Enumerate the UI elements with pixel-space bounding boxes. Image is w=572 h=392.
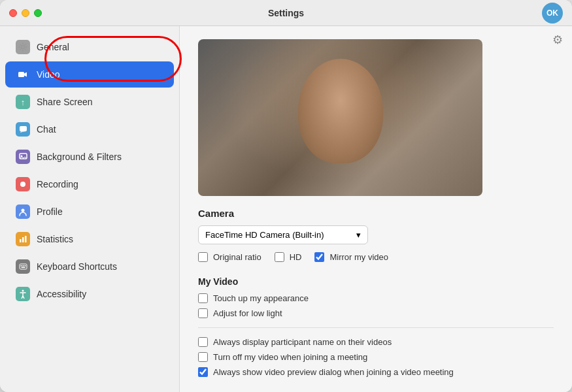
mirror-label: Mirror my video [329, 252, 388, 262]
turn-off-label: Turn off my video when joining a meeting [213, 352, 367, 362]
sidebar-item-recording[interactable]: Recording [5, 171, 174, 197]
share-screen-icon: ↑ [16, 95, 30, 109]
original-ratio-label: Original ratio [213, 252, 261, 262]
statistics-icon [16, 232, 30, 246]
statistics-label: Statistics [37, 234, 73, 244]
svg-rect-8 [20, 239, 22, 242]
camera-section-label: Camera [198, 208, 554, 219]
original-ratio-checkbox[interactable] [198, 252, 208, 262]
display-name-option[interactable]: Always display participant name on their… [198, 337, 554, 347]
window-title: Settings [268, 8, 304, 18]
general-icon [16, 40, 30, 54]
video-icon [16, 67, 30, 82]
sidebar-item-chat[interactable]: Chat [5, 116, 174, 142]
recording-label: Recording [37, 179, 78, 189]
svg-rect-13 [22, 265, 24, 267]
divider [198, 327, 554, 328]
sidebar-item-keyboard-shortcuts[interactable]: Keyboard Shortcuts [5, 253, 174, 280]
chat-label: Chat [37, 124, 56, 135]
hd-option[interactable]: HD [275, 252, 302, 262]
show-preview-label: Always show video preview dialog when jo… [213, 367, 454, 377]
display-name-checkbox[interactable] [198, 337, 208, 347]
chat-icon [16, 122, 30, 137]
mirror-checkbox[interactable] [314, 252, 324, 262]
svg-point-7 [22, 208, 25, 212]
original-ratio-option[interactable]: Original ratio [198, 252, 261, 262]
video-label: Video [37, 69, 60, 80]
svg-rect-9 [22, 237, 24, 242]
sidebar-item-share-screen[interactable]: ↑Share Screen [5, 89, 174, 115]
svg-rect-10 [25, 236, 27, 242]
svg-point-0 [22, 46, 25, 49]
touch-up-checkbox[interactable] [198, 293, 208, 303]
content-area: GeneralVideo↑Share ScreenChatBackground … [0, 26, 572, 392]
svg-rect-15 [21, 267, 25, 269]
show-preview-option[interactable]: Always show video preview dialog when jo… [198, 367, 554, 377]
sidebar-item-statistics[interactable]: Statistics [5, 226, 174, 252]
camera-options-row: Original ratio HD Mirror my video [198, 252, 554, 267]
low-light-option[interactable]: Adjust for low light [198, 308, 554, 318]
svg-point-16 [22, 290, 24, 292]
hd-checkbox[interactable] [275, 252, 284, 262]
sidebar-item-background-filters[interactable]: Background & Filters [5, 144, 174, 170]
touch-up-option[interactable]: Touch up my appearance [198, 293, 554, 303]
hd-label: HD [290, 252, 302, 262]
chevron-down-icon: ▾ [356, 230, 361, 240]
touch-up-label: Touch up my appearance [213, 293, 309, 303]
low-light-checkbox[interactable] [198, 308, 208, 318]
display-name-label: Always display participant name on their… [213, 337, 392, 347]
mirror-option[interactable]: Mirror my video [314, 252, 388, 262]
gear-icon[interactable]: ⚙ [552, 33, 563, 47]
profile-label: Profile [37, 206, 63, 217]
sidebar: GeneralVideo↑Share ScreenChatBackground … [0, 26, 180, 392]
maximize-button[interactable] [34, 9, 42, 17]
my-video-label: My Video [198, 276, 554, 287]
svg-rect-14 [24, 265, 25, 267]
show-preview-checkbox[interactable] [198, 367, 208, 377]
keyboard-shortcuts-icon [16, 259, 30, 274]
recording-icon [16, 177, 30, 191]
video-preview [198, 39, 482, 196]
face-simulation [198, 39, 482, 196]
face-shape [298, 59, 383, 163]
settings-window: Settings OK GeneralVideo↑Share ScreenCha… [0, 0, 572, 392]
accessibility-label: Accessibility [37, 289, 86, 299]
svg-point-6 [20, 182, 25, 187]
window-controls [9, 9, 42, 17]
svg-rect-1 [18, 72, 24, 77]
turn-off-checkbox[interactable] [198, 352, 208, 362]
keyboard-shortcuts-label: Keyboard Shortcuts [37, 261, 117, 272]
titlebar-right: OK [542, 3, 563, 24]
close-button[interactable] [9, 9, 17, 17]
sidebar-item-video[interactable]: Video [5, 61, 174, 88]
background-filters-label: Background & Filters [37, 152, 122, 162]
camera-dropdown-value: FaceTime HD Camera (Built-in) [205, 230, 324, 240]
general-label: General [37, 42, 69, 52]
sidebar-item-general[interactable]: General [5, 34, 174, 60]
svg-rect-12 [20, 265, 22, 267]
titlebar: Settings OK [0, 0, 572, 26]
accessibility-icon [16, 287, 30, 301]
profile-icon [16, 204, 30, 219]
turn-off-option[interactable]: Turn off my video when joining a meeting [198, 352, 554, 362]
share-screen-label: Share Screen [37, 97, 93, 107]
svg-rect-2 [20, 126, 27, 131]
camera-dropdown[interactable]: FaceTime HD Camera (Built-in) ▾ [198, 225, 368, 244]
main-panel: Camera FaceTime HD Camera (Built-in) ▾ O… [180, 26, 572, 392]
avatar[interactable]: OK [542, 3, 563, 24]
low-light-label: Adjust for low light [213, 308, 282, 318]
svg-rect-11 [20, 264, 27, 269]
background-filters-icon [16, 150, 30, 164]
sidebar-item-accessibility[interactable]: Accessibility [5, 281, 174, 307]
sidebar-item-profile[interactable]: Profile [5, 199, 174, 225]
minimize-button[interactable] [22, 9, 29, 17]
